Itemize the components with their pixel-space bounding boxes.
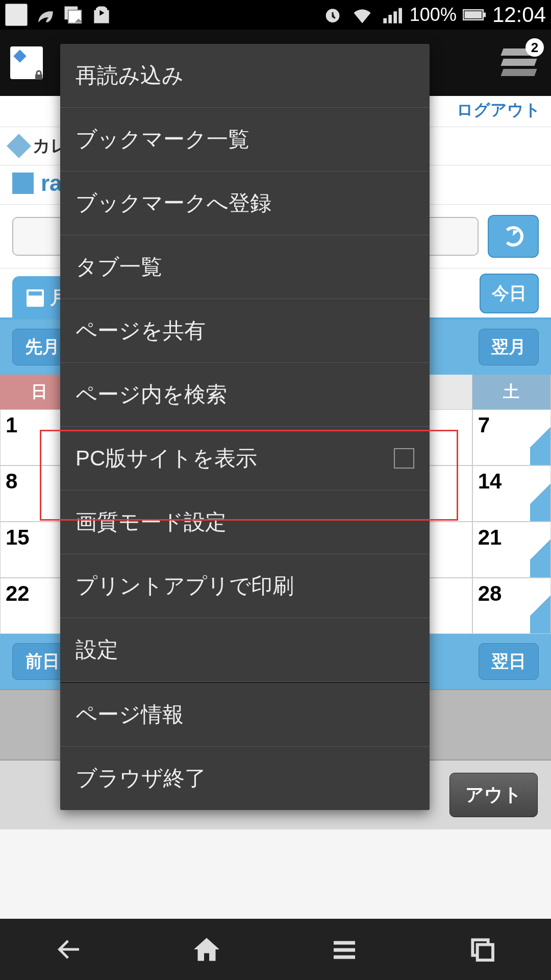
checkbox-icon[interactable]	[394, 448, 414, 469]
svg-rect-3	[383, 18, 387, 23]
logout-button[interactable]: アウト	[449, 773, 538, 817]
menu-button[interactable]	[293, 924, 395, 975]
battery-icon	[463, 3, 486, 27]
menu-item[interactable]: ページ内を検索	[60, 363, 430, 427]
menu-item[interactable]: プリントアプリで印刷	[60, 554, 430, 618]
browser-context-menu: 再読み込みブックマーク一覧ブックマークへ登録タブ一覧ページを共有ページ内を検索P…	[60, 44, 430, 810]
logo-cube-icon	[12, 173, 34, 194]
menu-item[interactable]: 画質モード設定	[60, 491, 430, 554]
menu-item[interactable]: ブックマークへ登録	[60, 172, 430, 235]
system-nav-bar	[0, 919, 551, 980]
calendar-cell[interactable]: 21	[472, 522, 551, 578]
next-month-button[interactable]: 翌月	[479, 329, 539, 365]
alarm-icon	[321, 3, 344, 27]
clock-text: 12:04	[492, 3, 546, 27]
calendar-icon	[27, 289, 44, 307]
svg-rect-11	[334, 941, 355, 945]
menu-item-label: プリントアプリで印刷	[76, 572, 294, 600]
menu-item[interactable]: ページ情報	[60, 683, 430, 747]
play-store-icon	[90, 3, 113, 27]
svg-rect-13	[334, 955, 355, 959]
svg-rect-6	[398, 8, 402, 23]
svg-rect-5	[393, 11, 397, 23]
menu-item[interactable]: PC版サイトを表示	[60, 427, 430, 491]
menu-item-label: ブックマーク一覧	[76, 125, 249, 154]
back-button[interactable]	[18, 924, 120, 975]
calendar-cell[interactable]: 7	[472, 409, 551, 465]
menu-item[interactable]: ページを共有	[60, 299, 430, 363]
menu-item-label: PC版サイトを表示	[76, 444, 257, 473]
menu-item[interactable]: 設定	[60, 618, 430, 682]
menu-item-label: 再読み込み	[76, 61, 184, 90]
dow-cell: 土	[472, 375, 551, 409]
site-lock-icon[interactable]	[10, 46, 43, 79]
today-button[interactable]: 今日	[480, 274, 539, 313]
svg-rect-10	[35, 75, 42, 80]
signal-icon	[380, 3, 404, 27]
menu-item[interactable]: タブ一覧	[60, 235, 430, 299]
wifi-icon	[350, 3, 374, 27]
battery-percent: 100%	[410, 4, 457, 26]
phone-icon	[5, 4, 28, 26]
svg-rect-12	[334, 948, 355, 952]
calendar-cell[interactable]: 28	[472, 578, 551, 634]
svg-rect-4	[388, 15, 392, 23]
menu-item-label: ブラウザ終了	[76, 764, 206, 793]
calendar-cell[interactable]: 14	[472, 465, 551, 522]
tabs-button[interactable]: 2	[500, 48, 541, 77]
menu-item[interactable]: ブックマーク一覧	[60, 108, 430, 172]
menu-item-label: ページ情報	[76, 700, 184, 729]
app-cube-icon	[7, 134, 31, 158]
refresh-icon	[503, 226, 523, 247]
svg-rect-9	[484, 13, 486, 17]
menu-item-label: タブ一覧	[76, 253, 162, 281]
tabs-count-badge: 2	[525, 38, 544, 57]
menu-item[interactable]: 再読み込み	[60, 44, 430, 108]
recent-apps-button[interactable]	[431, 924, 533, 975]
next-day-button[interactable]: 翌日	[479, 643, 539, 680]
menu-item-label: 画質モード設定	[76, 508, 227, 536]
menu-item-label: 設定	[76, 635, 118, 664]
home-button[interactable]	[156, 924, 258, 975]
logout-link[interactable]: ログアウト	[457, 99, 541, 121]
lock-icon	[33, 69, 45, 81]
gallery-share-icon	[61, 3, 85, 27]
menu-item-label: ブックマークへ登録	[76, 189, 271, 217]
menu-item[interactable]: ブラウザ終了	[60, 747, 430, 810]
menu-item-label: ページを共有	[76, 316, 206, 345]
menu-item-label: ページ内を検索	[76, 380, 227, 409]
svg-rect-15	[478, 945, 493, 960]
svg-rect-8	[464, 11, 482, 18]
status-bar: 100% 12:04	[0, 0, 551, 30]
refresh-button[interactable]	[488, 215, 539, 258]
leaf-icon	[33, 3, 56, 27]
